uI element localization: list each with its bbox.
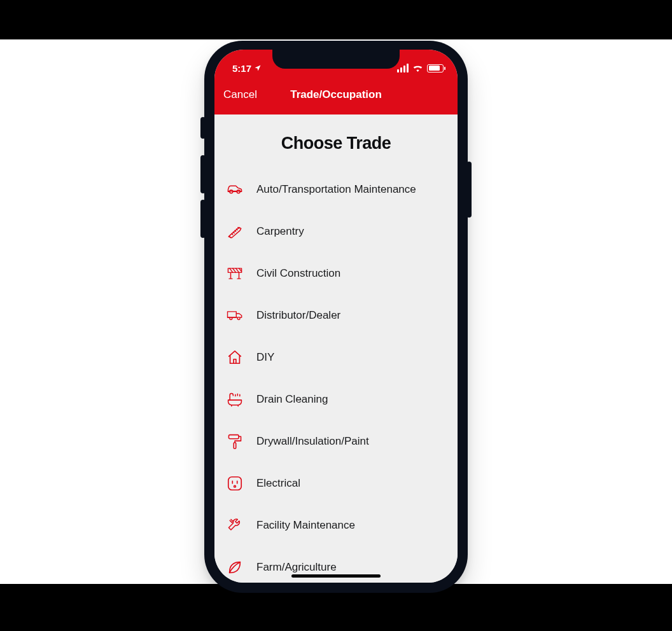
bathtub-icon [226, 391, 244, 408]
wifi-icon [412, 63, 423, 74]
trade-item-label: Farm/Agriculture [256, 561, 337, 574]
trade-item-label: Facility Maintenance [256, 519, 355, 532]
trade-item-electrical[interactable]: Electrical [226, 462, 446, 504]
trade-item-civil[interactable]: Civil Construction [226, 253, 446, 295]
saw-icon [226, 223, 244, 240]
trade-item-label: Electrical [256, 477, 300, 490]
trade-item-label: Carpentry [256, 225, 304, 238]
svg-rect-7 [234, 443, 235, 449]
trade-item-auto[interactable]: Auto/Transportation Maintenance [226, 169, 446, 211]
phone-frame: 5:17 Cancel Trade/Occupation [204, 41, 468, 593]
side-button [200, 155, 206, 193]
barrier-icon [226, 265, 244, 282]
house-icon [226, 349, 244, 366]
trade-item-label: DIY [256, 351, 274, 364]
letterbox-top [0, 0, 672, 39]
trade-item-carpentry[interactable]: Carpentry [226, 211, 446, 253]
trade-item-drywall[interactable]: Drywall/Insulation/Paint [226, 420, 446, 462]
trade-item-drain[interactable]: Drain Cleaning [226, 378, 446, 420]
trade-item-diy[interactable]: DIY [226, 336, 446, 378]
home-indicator [291, 574, 381, 578]
tools-icon [226, 517, 244, 534]
svg-rect-3 [228, 312, 237, 317]
svg-point-9 [234, 485, 236, 487]
car-icon [226, 181, 244, 198]
trade-item-facility[interactable]: Facility Maintenance [226, 504, 446, 546]
trade-item-label: Drywall/Insulation/Paint [256, 435, 369, 448]
side-button [200, 117, 206, 139]
trade-item-label: Distributor/Dealer [256, 309, 340, 322]
cellular-icon [397, 64, 409, 73]
cancel-button[interactable]: Cancel [223, 88, 257, 101]
svg-point-5 [237, 317, 240, 320]
leaf-icon [226, 558, 244, 576]
outlet-icon [226, 475, 244, 492]
trade-item-label: Auto/Transportation Maintenance [256, 183, 416, 196]
status-time: 5:17 [232, 63, 251, 74]
trade-list: Auto/Transportation Maintenance Carpentr… [214, 169, 458, 583]
side-button [200, 200, 206, 238]
svg-rect-8 [228, 477, 241, 490]
trade-item-distributor[interactable]: Distributor/Dealer [226, 295, 446, 336]
side-button [466, 162, 472, 218]
truck-icon [226, 307, 244, 324]
content-area: Choose Trade Auto/Transportation Mainten… [214, 114, 458, 583]
svg-point-4 [230, 317, 232, 320]
trade-item-label: Drain Cleaning [256, 393, 328, 406]
battery-icon [427, 64, 444, 73]
svg-rect-6 [228, 435, 239, 439]
location-icon [254, 63, 262, 74]
phone-notch [272, 50, 400, 69]
trade-item-label: Civil Construction [256, 267, 340, 280]
phone-screen: 5:17 Cancel Trade/Occupation [214, 50, 458, 583]
page-title: Choose Trade [214, 114, 458, 169]
paint-roller-icon [226, 433, 244, 450]
